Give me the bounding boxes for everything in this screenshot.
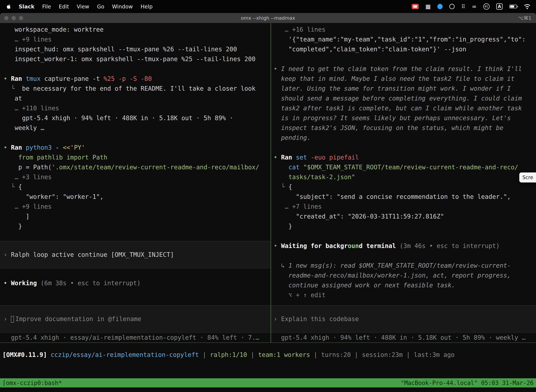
terminal-line — [271, 251, 536, 261]
apple-menu[interactable] — [5, 4, 15, 9]
terminal-line: pending. — [271, 133, 536, 143]
menu-edit[interactable]: Edit — [55, 4, 73, 10]
terminal-line: … +16 lines — [271, 25, 536, 34]
terminal-line — [0, 268, 270, 278]
left-pane-transcript: workspace_mode: worktree… +9 linesinspec… — [0, 25, 270, 288]
terminal-line: at — [0, 93, 270, 103]
left-terminal-pane[interactable]: workspace_mode: worktree… +9 linesinspec… — [0, 23, 270, 342]
menu-go[interactable]: Go — [93, 4, 108, 10]
window-title: omx --xhigh --madmax — [0, 15, 536, 21]
terminal-line — [271, 54, 536, 64]
menu-items: SlackFileEditViewGoWindowHelp — [5, 4, 157, 10]
menu-slack[interactable]: Slack — [15, 4, 38, 10]
terminal-line: "created_at": "2026-03-31T11:59:27.816Z" — [271, 211, 536, 221]
terminal-line: weekly … — [0, 123, 270, 133]
terminal-line: task2 after task1 is complete, but can I… — [271, 103, 536, 113]
terminal-line: • I need to get the claim token from the… — [271, 64, 536, 74]
terminal-line: • Ran set -euo pipefail — [271, 152, 536, 162]
terminal-line: • Waiting for background terminal (3m 46… — [271, 241, 536, 251]
terminal-line: readme-and-reco/mailbox/worker-1.json, a… — [271, 271, 536, 280]
terminal-line: cat "$OMX_TEAM_STATE_ROOT/team/review-cu… — [271, 162, 536, 172]
text-cursor — [11, 316, 14, 323]
menu-window[interactable]: Window — [108, 4, 137, 10]
terminal-line: } — [0, 221, 270, 231]
zoom-button[interactable] — [19, 16, 23, 20]
terminal-line: is in progress? It seems likely but perh… — [271, 113, 536, 123]
terminal-line: "subject": "send a concise recommendatio… — [271, 192, 536, 202]
screen-recording-icon[interactable] — [412, 4, 419, 9]
terminal-line: } — [271, 221, 536, 231]
menu-view[interactable]: View — [73, 4, 93, 10]
ralph-loop-banner: › Ralph loop active continue [OMX_TMUX_I… — [0, 241, 270, 268]
terminal-line: gpt-5.4 xhigh · essay/ai-reimplementatio… — [0, 333, 270, 342]
minimize-button[interactable] — [12, 16, 16, 20]
left-pane-status-line: gpt-5.4 xhigh · essay/ai-reimplementatio… — [0, 333, 270, 342]
terminal-line: from pathlib import Path — [0, 152, 270, 162]
tmux-panes: workspace_mode: worktree… +9 linesinspec… — [0, 23, 536, 342]
terminal-line: └ { — [271, 182, 536, 192]
terminal-line: tasks/task-2.json" — [271, 172, 536, 182]
tmux-host-clock: "MacBook-Pro-44.local" 05:03 31-Mar-26 — [401, 379, 534, 386]
menubar-status-icons: ▦ ⠿ ∞ 61 A — [412, 3, 531, 10]
terminal-line: "completed","claim_token":"claim-token"}… — [271, 44, 536, 54]
close-button[interactable] — [4, 16, 9, 20]
terminal-line: └ { — [0, 182, 270, 192]
right-pane-status-line: gpt-5.4 xhigh · 94% left · 488K in · 5.1… — [271, 333, 536, 342]
left-composer-input[interactable]: › Improve documentation in @filename — [0, 305, 270, 333]
menu-help[interactable]: Help — [137, 4, 156, 10]
terminal-line: '{"team_name":"my-team","task_id":"1","f… — [271, 34, 536, 44]
terminal-line: gpt-5.4 xhigh · 94% left · 488K in · 5.1… — [0, 113, 270, 123]
terminal-line: later. Using the same for transition mig… — [271, 84, 536, 93]
wifi-dot — [527, 8, 528, 9]
terminal-line: … +7 lines — [271, 202, 536, 211]
terminal-line: inspect_worker-1: omx sparkshell --tmux-… — [0, 54, 270, 64]
terminal-line: └ be necessary for the end of the README… — [0, 84, 270, 93]
terminal-line: keep that in mind. Maybe I also need the… — [271, 74, 536, 84]
terminal-line — [271, 231, 536, 241]
app-grid-icon[interactable]: ⠿ — [461, 4, 465, 10]
terminal-line: inspect_hud: omx sparkshell --tmux-pane … — [0, 44, 270, 54]
macos-menubar: SlackFileEditViewGoWindowHelp ▦ ⠿ ∞ 61 A — [0, 0, 536, 13]
loop-app-icon[interactable]: ∞ — [472, 3, 477, 10]
terminal-line — [0, 64, 270, 74]
terminal-line — [271, 143, 536, 152]
menu-file[interactable]: File — [38, 4, 55, 10]
app-icon-blue[interactable] — [437, 4, 443, 9]
right-terminal-pane[interactable]: … +16 lines'{"team_name":"my-team","task… — [271, 23, 536, 342]
terminal-line: ↳ 1 new msg(s): read $OMX_TEAM_STATE_ROO… — [271, 261, 536, 271]
tmux-status-bar: [omx-cczip0:bash* "MacBook-Pro-44.local"… — [0, 378, 536, 387]
terminal-line: p = Path('.omx/state/team/review-current… — [0, 162, 270, 172]
terminal-line: should send a message before completing … — [271, 93, 536, 103]
apple-logo-icon — [7, 4, 11, 9]
terminal-line: • Ran python3 - <<'PY' — [0, 143, 270, 152]
wifi-icon[interactable] — [524, 4, 531, 9]
terminal-line: › Explain this codebase — [271, 314, 536, 324]
tmux-session-label: [omx-cczip0:bash* — [2, 379, 62, 386]
input-source-icon[interactable]: A — [496, 3, 502, 10]
terminal-line: … +9 lines — [0, 34, 270, 44]
terminal-line — [0, 231, 270, 241]
app-icon-dark[interactable] — [449, 4, 455, 9]
terminal-line: • Working (6m 38s • esc to interrupt) — [0, 278, 270, 288]
terminal-line: … +110 lines — [0, 103, 270, 113]
terminal-line: › Improve documentation in @filename — [0, 314, 270, 324]
window-shortcut: ⌥⌘1 — [518, 15, 536, 21]
terminal-line: • Ran tmux capture-pane -t %25 -p -S -80 — [0, 74, 270, 84]
terminal-line: [OMX#0.11.9] cczip/essay/ai-reimplementa… — [0, 350, 536, 360]
window-controls — [0, 16, 23, 20]
terminal-line: continue assigned work or next feasible … — [271, 280, 536, 290]
battery-icon[interactable] — [509, 5, 517, 9]
terminal-line: gpt-5.4 xhigh · 94% left · 488K in · 5.1… — [271, 333, 536, 342]
terminal-line: workspace_mode: worktree — [0, 25, 270, 34]
terminal-line: inspect task2's JSON, focusing on the st… — [271, 123, 536, 133]
omx-hud: [OMX#0.11.9] cczip/essay/ai-reimplementa… — [0, 342, 536, 378]
terminal-line: ] — [0, 211, 270, 221]
right-composer-input[interactable]: › Explain this codebase — [271, 305, 536, 333]
terminal-line: › Ralph loop active continue [OMX_TMUX_I… — [0, 250, 270, 260]
screen-notification-popup[interactable]: Scre — [519, 173, 536, 182]
window-titlebar: omx --xhigh --madmax ⌥⌘1 — [0, 13, 536, 23]
keystroke-grid-icon[interactable]: ▦ — [425, 3, 431, 10]
terminal-line: ⌥ + ↑ edit — [271, 290, 536, 300]
terminal-line: "worker": "worker-1", — [0, 192, 270, 202]
battery-percentage-icon[interactable]: 61 — [483, 3, 490, 10]
